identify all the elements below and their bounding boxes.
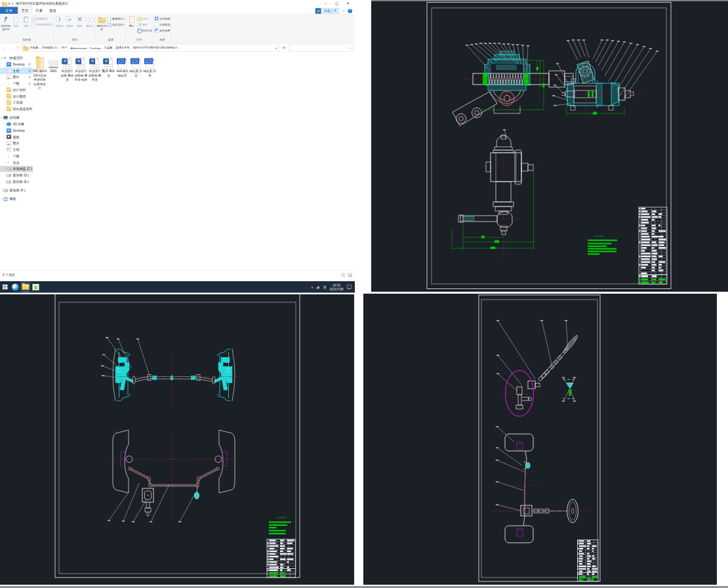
breadcrumb-segment[interactable]: Desktop (90, 47, 102, 50)
network-icon[interactable] (316, 285, 320, 288)
sidebar-item-新加卷 (D:)[interactable]: ›新加卷 (D:) (0, 172, 33, 179)
sidebar-item-设计资料[interactable]: 设计资料 (0, 87, 33, 93)
minimize-button[interactable]: ‒ (320, 0, 331, 7)
refresh-icon[interactable]: ⟳ (281, 46, 287, 50)
cad-front-axle-drawing: 技术要求 (0, 294, 354, 585)
ribbon-button-新建文件夹[interactable]: 新建文件夹 (97, 15, 107, 31)
tab-home[interactable]: 主页 (18, 7, 32, 14)
ribbon-button-重命名[interactable]: 重命名 (85, 15, 95, 28)
sidebar-item-音乐[interactable]: ›音乐 (0, 159, 33, 166)
forward-button[interactable]: → (9, 46, 14, 50)
breadcrumb-segment[interactable]: Administrator (70, 47, 88, 50)
doc-icon (7, 69, 11, 73)
taskbar-clock[interactable]: 10:33 2021/7/28 (329, 283, 343, 291)
sidebar-item-转向系统资料[interactable]: 转向系统资料 (0, 106, 33, 113)
sidebar-item-此电脑[interactable]: ∨此电脑 (0, 115, 33, 121)
ribbon-button-打开[interactable]: 打开▾ (136, 16, 152, 22)
ribbon-button-固定到快速访问[interactable]: 固定到快速访问 (1, 15, 11, 31)
sidebar-item-视频[interactable]: ›视频 (0, 134, 33, 140)
file-item[interactable]: 转向系 (1:2) (129, 56, 143, 91)
file-item[interactable]: 毕业设计说明书-爱毕业 (88, 56, 102, 91)
maximize-button[interactable]: ▢ (331, 0, 342, 7)
move-icon: ⬇ (55, 16, 64, 24)
sidebar-item-新加卷 (F:)[interactable]: ›新加卷 (F:) (0, 187, 33, 194)
ribbon-button-label: 复制到 (66, 25, 73, 28)
address-bar[interactable]: 此电脑›本地磁盘 (C:)›用户›Administrator›Desktop›九… (22, 44, 280, 52)
ribbon-button-新建项目[interactable]: 新建项目▾ (107, 16, 125, 22)
ribbon-button-复制路径[interactable]: 复制路径 (31, 16, 52, 22)
ribbon-button-粘贴快捷方式[interactable]: 粘贴快捷方式 (31, 22, 52, 28)
file-item[interactable]: 毕业设计封面-爱毕业 (60, 56, 74, 91)
ribbon-button-复制到[interactable]: ➡复制到 (65, 15, 75, 28)
sidebar-item-Desktop[interactable]: ›Desktop (0, 127, 33, 134)
breadcrumb-segment[interactable]: 用户 (61, 46, 68, 50)
thumbnail-view-icon[interactable] (348, 273, 352, 277)
ribbon-button-复制[interactable]: 复制 (11, 15, 21, 28)
back-button[interactable]: ← (1, 46, 7, 50)
minimize-ribbon-icon[interactable]: ∨ (342, 9, 344, 12)
file-item[interactable]: 转向系 (1:4) (143, 56, 157, 91)
qat-customize-caret-icon[interactable]: ▾ (12, 2, 13, 5)
breadcrumb-segment[interactable]: 本地磁盘 (C:) (41, 46, 58, 50)
ribbon-button-反向选择[interactable]: 反向选择 (154, 28, 170, 33)
upload-button[interactable]: ⚡ 加速上传 (315, 8, 340, 14)
ribbon-button-历史记录[interactable]: 历史记录 (136, 28, 152, 33)
dl-icon (7, 154, 11, 159)
taskbar-s-app[interactable]: S (31, 281, 41, 293)
up-button[interactable]: ↑ (15, 46, 20, 50)
breadcrumb-segment[interactable]: 九素网 (104, 46, 113, 50)
breadcrumb-segment[interactable]: 城市SUV汽车循环球式转向系统设计 (132, 46, 178, 50)
ribbon-button-编辑[interactable]: 编辑 (136, 22, 152, 28)
file-item[interactable]: 循环球式转向器 (115, 56, 129, 91)
file-item[interactable]: 毕业设计说明书-爱毕业-副本 (74, 56, 88, 91)
address-dropdown-icon[interactable]: ▾ (274, 47, 278, 50)
tab-view[interactable]: 查看 (46, 7, 60, 14)
sidebar-item-新加卷 (E:)[interactable]: ›新加卷 (E:) (0, 178, 33, 185)
sidebar-item-图片[interactable]: ›图片 (0, 140, 33, 147)
close-button[interactable]: ✕ (342, 0, 354, 7)
start-button[interactable] (0, 281, 10, 293)
taskbar-cortana[interactable] (10, 281, 21, 293)
tray-chevron-icon[interactable]: ∧ (311, 285, 313, 289)
sidebar-item-Desktop[interactable]: Desktop (0, 61, 33, 68)
expand-chevron-icon[interactable]: › (3, 123, 7, 126)
ribbon-button-移动到[interactable]: ⬇移动到 (54, 15, 64, 28)
sidebar-item-文档[interactable]: 文档 (0, 68, 33, 74)
tab-file[interactable]: 文件 (0, 7, 18, 14)
disk-icon (7, 180, 11, 184)
search-input[interactable] (289, 46, 347, 50)
tab-share[interactable]: 共享 (32, 7, 46, 14)
sidebar-item-本地磁盘 (C:)[interactable]: ›本地磁盘 (C:) (0, 166, 33, 172)
ribbon-button-粘贴[interactable]: 粘贴 (22, 15, 31, 28)
help-icon[interactable]: ? (348, 9, 353, 13)
folder-icon (7, 107, 11, 111)
file-item[interactable]: 翻译-爱毕业 (102, 56, 115, 91)
qat-updown-icon[interactable]: ⇅ (8, 2, 10, 5)
ribbon-button-label: 移动到 (56, 25, 63, 28)
action-center-icon[interactable] (347, 285, 352, 290)
ribbon-button-全部取消[interactable]: 全部取消 (154, 22, 170, 28)
ribbon-button-全部选择[interactable]: 全部选择 (154, 16, 170, 22)
sidebar-item-设计图纸[interactable]: 设计图纸 (0, 93, 33, 100)
file-item[interactable]: 568 城市SUV汽车循环球式转向系统设计 (33, 56, 47, 91)
quick-access-toolbar[interactable]: ⇅ ▾ (0, 2, 13, 6)
search-box[interactable]: ⌕ (289, 44, 353, 52)
ribbon-button-轻松访问[interactable]: 轻松访问▾ (107, 22, 125, 28)
details-view-icon[interactable] (341, 273, 346, 277)
sidebar-item-网络[interactable]: ›网络 (0, 196, 33, 203)
sidebar-item-3D 对象[interactable]: ›3D 对象 (0, 121, 33, 128)
sidebar-item-下载[interactable]: ›下载 (0, 153, 33, 159)
input-language-indicator[interactable]: 英 (323, 284, 327, 289)
sidebar-item-下载[interactable]: 下载 (0, 81, 33, 87)
sidebar-item-文档[interactable]: ›文档 (0, 147, 33, 153)
ribbon-button-删除[interactable]: ✕删除 (75, 15, 85, 28)
breadcrumb-segment[interactable]: 新建文件夹 (115, 46, 130, 50)
sidebar-item-工具箱[interactable]: 工具箱 (0, 100, 33, 106)
breadcrumb-segment[interactable]: 此电脑 (30, 46, 39, 50)
open-icon (136, 16, 141, 21)
ribbon-button-属性[interactable]: 属性 (127, 15, 136, 28)
file-item[interactable]: 0001 (47, 56, 60, 91)
sidebar-item-图片[interactable]: 图片 (0, 74, 33, 81)
sidebar-item-快速访问[interactable]: ∨★快速访问 (0, 55, 33, 62)
taskbar-explorer[interactable] (20, 281, 31, 293)
